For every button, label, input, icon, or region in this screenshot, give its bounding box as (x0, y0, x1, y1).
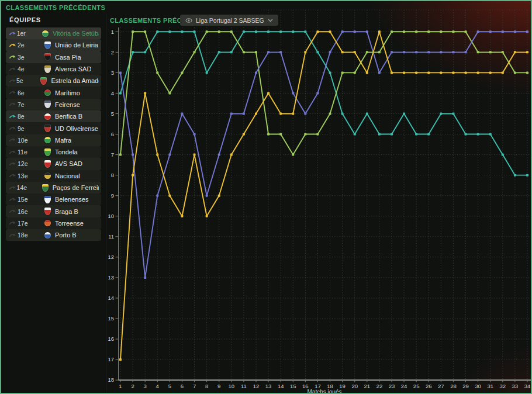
line-toggle-arrow-icon[interactable] (9, 233, 18, 238)
line-toggle-arrow-icon[interactable] (9, 90, 18, 95)
team-row[interactable]: 8eBenfica B (6, 110, 101, 122)
y-tick-label: 5 (111, 110, 114, 117)
x-tick-label: 20 (351, 383, 358, 389)
x-tick-label: 3 (144, 383, 147, 389)
data-point (502, 154, 504, 156)
line-toggle-arrow-icon[interactable] (9, 185, 17, 191)
data-point (502, 51, 504, 53)
data-point (132, 174, 134, 177)
data-point (292, 113, 294, 115)
line-toggle-arrow-icon[interactable] (9, 173, 18, 178)
line-toggle-arrow-icon[interactable] (9, 31, 17, 36)
data-point (132, 154, 134, 156)
team-row[interactable]: 14ePaços de Ferreira (6, 182, 101, 193)
team-row[interactable]: 17eTorreense (6, 217, 101, 229)
team-name: Estrela da Amado... (51, 77, 99, 84)
y-tick-label: 14 (108, 295, 114, 301)
line-toggle-arrow-icon[interactable] (9, 150, 18, 155)
team-rank: 7e (18, 101, 35, 108)
data-point (255, 51, 257, 53)
line-toggle-arrow-icon[interactable] (9, 137, 18, 143)
data-point (168, 154, 171, 156)
background-streaks (332, 1, 531, 136)
team-crest-icon (44, 232, 51, 239)
data-point (427, 30, 430, 33)
team-row[interactable]: 15eBelenenses (6, 193, 101, 205)
line-toggle-arrow-icon[interactable] (9, 209, 18, 214)
line-toggle-arrow-icon[interactable] (9, 78, 16, 84)
data-point (292, 154, 294, 156)
team-crest-icon (44, 42, 51, 49)
line-toggle-arrow-icon[interactable] (9, 102, 18, 107)
team-crest-icon (44, 65, 51, 73)
team-row[interactable]: 3eCasa Pia (6, 51, 101, 63)
data-point (403, 30, 405, 33)
line-toggle-arrow-icon[interactable] (9, 54, 18, 60)
data-point (316, 30, 319, 33)
team-row[interactable]: 12eAVS SAD (6, 158, 101, 170)
y-tick-label: 11 (108, 233, 114, 240)
y-tick-label: 6 (111, 131, 114, 137)
team-row[interactable]: 13eNacional (6, 170, 101, 182)
line-toggle-arrow-icon[interactable] (9, 43, 18, 48)
team-row[interactable]: 5eEstrela da Amado... (6, 75, 101, 87)
data-point (465, 51, 467, 53)
x-tick-label: 4 (156, 383, 159, 389)
data-point (391, 133, 393, 136)
team-row[interactable]: 4eAlverca SAD (6, 63, 101, 75)
team-row[interactable]: 10eMafra (6, 134, 101, 146)
league-dropdown[interactable]: Liga Portugal 2 SABSEG (180, 15, 278, 26)
team-row[interactable]: 1erVitória de Setúbal (6, 27, 101, 39)
line-toggle-arrow-icon[interactable] (9, 220, 18, 226)
team-rank: 8e (18, 113, 35, 120)
team-crest-icon (44, 208, 51, 215)
team-rank: 4e (18, 65, 35, 72)
team-crest-icon (44, 137, 51, 143)
data-point (354, 30, 356, 33)
x-tick-label: 31 (487, 383, 493, 389)
data-point (194, 154, 196, 156)
data-point (156, 195, 158, 197)
line-toggle-arrow-icon[interactable] (9, 114, 18, 119)
line-toggle-arrow-icon[interactable] (9, 197, 18, 202)
team-row[interactable]: 16eBraga B (6, 205, 101, 217)
team-row[interactable]: 9eUD Oliveirense (6, 122, 101, 134)
data-point (156, 71, 158, 74)
team-row[interactable]: 11eTondela (6, 146, 101, 158)
team-crest-icon (44, 113, 51, 120)
data-point (144, 277, 146, 279)
line-toggle-arrow-icon[interactable] (9, 126, 18, 131)
previous-rankings-window: CLASSEMENTS PRÉCÉDENTS ÉQUIPES 1erVitóri… (0, 0, 532, 394)
x-tick-label: 32 (500, 383, 506, 389)
x-tick-label: 9 (217, 383, 220, 389)
series-line-uni-o-de-leiria (120, 32, 527, 360)
data-point (329, 51, 331, 53)
data-point (279, 51, 282, 53)
data-point (156, 30, 158, 33)
data-point (279, 133, 282, 136)
team-row[interactable]: 7eFeirense (6, 99, 101, 110)
x-tick-label: 29 (462, 383, 469, 389)
team-name: Vitória de Setúbal (53, 30, 99, 37)
data-point (502, 71, 504, 74)
data-point (206, 30, 208, 33)
sidebar-divider (106, 14, 107, 392)
line-toggle-arrow-icon[interactable] (9, 161, 18, 167)
team-crest-icon (44, 160, 51, 168)
team-row[interactable]: 6eMarítimo (6, 87, 101, 98)
line-toggle-arrow-icon[interactable] (9, 67, 18, 72)
data-point (279, 30, 282, 33)
x-tick-label: 18 (327, 383, 333, 389)
chevron-down-icon (268, 19, 273, 22)
team-row[interactable]: 2eUnião de Leiria (6, 39, 101, 51)
team-rank: 5e (16, 77, 31, 84)
team-row[interactable]: 18ePorto B (6, 229, 101, 241)
x-tick-label: 24 (401, 383, 407, 389)
y-tick-label: 13 (108, 274, 114, 281)
data-point (230, 30, 233, 33)
data-point (477, 30, 479, 33)
data-point (132, 30, 134, 33)
data-point (304, 51, 306, 53)
team-name: Casa Pia (55, 54, 81, 61)
data-point (206, 71, 208, 74)
